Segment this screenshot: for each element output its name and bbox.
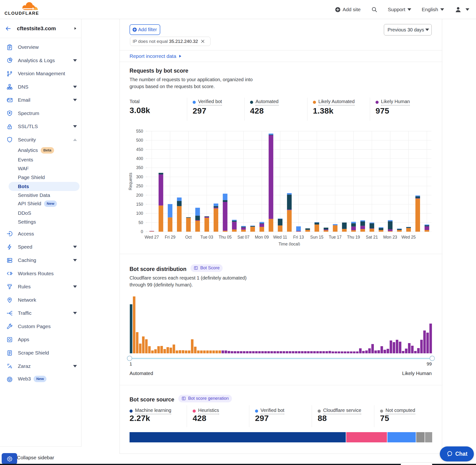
stat-label[interactable]: Likely Human — [381, 99, 410, 106]
sidebar-item-ddos[interactable]: DDoS — [0, 209, 81, 218]
legend-dot — [376, 101, 379, 104]
sidebar-item-page-shield[interactable]: Page Shield — [0, 173, 81, 182]
stat-label[interactable]: Verified bot — [198, 99, 222, 106]
stat-label[interactable]: Machine learning — [135, 408, 171, 414]
source-proportion-bar — [129, 432, 432, 442]
sidebar-item-bots[interactable]: Bots — [0, 182, 81, 191]
filter-chip-field: IP does not equal — [133, 39, 168, 44]
legend-dot — [313, 101, 316, 104]
stat-label[interactable]: Verified bot — [261, 408, 284, 414]
sidebar-item-sensitive-data[interactable]: Sensitive Data — [0, 191, 81, 200]
sidebar: cftestsite3.com OverviewAnalytics & Logs… — [0, 19, 81, 465]
language-label: English — [422, 7, 438, 12]
spectrum-icon — [6, 110, 13, 116]
report-link-label: Report incorrect data — [129, 53, 176, 59]
svg-text:Wed 11: Wed 11 — [273, 235, 287, 240]
security-icon — [6, 137, 13, 143]
sidebar-item-custom-pages[interactable]: Custom Pages — [0, 320, 81, 333]
sidebar-item-label: AnalyticsBeta — [18, 147, 54, 154]
svg-text:0: 0 — [141, 229, 143, 234]
traffic-icon — [6, 310, 13, 317]
bot-score-badge[interactable]: Bot Score — [190, 264, 223, 272]
stat-label[interactable]: Automated — [255, 99, 279, 106]
support-label: Support — [388, 7, 405, 12]
sidebar-item-apps[interactable]: Apps — [0, 333, 81, 346]
sidebar-item-overview[interactable]: Overview — [0, 41, 81, 54]
slider-right-label: Likely Human — [402, 370, 432, 376]
close-icon[interactable] — [201, 39, 205, 43]
support-menu[interactable]: Support — [388, 7, 412, 12]
stat-label[interactable]: Likely Automated — [318, 99, 355, 106]
sidebar-item-caching[interactable]: Caching — [0, 254, 81, 267]
sidebar-item-scrape-shield[interactable]: Scrape Shield — [0, 346, 81, 359]
svg-text:Wed 25: Wed 25 — [402, 235, 416, 240]
collapse-sidebar-label[interactable]: Collapse sidebar — [17, 455, 54, 460]
sidebar-item-network[interactable]: Network — [0, 293, 81, 307]
column-divider — [187, 405, 187, 427]
stat-cloudflare-service: Cloudflare service88 — [318, 406, 361, 423]
sidebar-item-version-management[interactable]: Version Management — [0, 67, 81, 80]
web3-icon — [6, 376, 13, 383]
cloudflare-logo[interactable]: CLOUDFLARE — [5, 1, 39, 16]
workers-routes-icon — [6, 270, 13, 277]
sidebar-item-workers-routes[interactable]: Workers Routes — [0, 267, 81, 280]
sidebar-item-label: DDoS — [18, 210, 31, 216]
stat-value: 428 — [193, 413, 219, 423]
bot-score-distribution-histogram — [120, 295, 443, 354]
chat-button[interactable]: Chat — [440, 446, 474, 461]
slider-max-label: 99 — [427, 361, 432, 367]
add-site-button[interactable]: Add site — [335, 7, 361, 12]
stat-machine-learning: Machine learning2.27k — [129, 406, 171, 423]
sidebar-item-email[interactable]: Email — [0, 93, 81, 107]
account-menu[interactable] — [455, 6, 469, 13]
sidebar-item-web3[interactable]: Web3New — [0, 373, 81, 386]
svg-text:Mon 23: Mon 23 — [383, 235, 397, 240]
slider-handle-max[interactable] — [430, 356, 435, 361]
caret-down-icon — [73, 285, 77, 288]
back-arrow-icon[interactable] — [5, 25, 11, 32]
caret-down-icon — [73, 312, 77, 314]
sidebar-item-traffic[interactable]: Traffic — [0, 306, 81, 320]
bot-score-generation-badge[interactable]: Bot score generation — [178, 395, 232, 402]
settings-gear-button[interactable] — [2, 453, 17, 464]
section-title-text: Bot score distribution — [129, 266, 186, 272]
sidebar-item-ssl-tls[interactable]: SSL/TLS — [0, 120, 81, 133]
stat-value: 2.27k — [129, 413, 171, 423]
stat-label[interactable]: Not computed — [386, 408, 415, 414]
access-icon — [6, 231, 13, 237]
sidebar-item-api-shield[interactable]: API ShieldNew — [0, 200, 81, 209]
caret-down-icon — [73, 246, 77, 248]
sidebar-item-security[interactable]: Security — [0, 133, 81, 147]
sidebar-item-label: Apps — [18, 337, 29, 342]
description-line: The number of requests to your applicati… — [129, 76, 253, 83]
sidebar-item-access[interactable]: Access — [0, 227, 81, 241]
add-filter-button[interactable]: Add filter — [129, 24, 160, 35]
sidebar-item-dns[interactable]: DNS — [0, 80, 81, 94]
stat-value: 297 — [193, 106, 222, 116]
stat-label-row: Likely Human — [376, 97, 410, 106]
stat-label[interactable]: Cloudflare service — [323, 408, 361, 414]
caret-down-icon — [425, 29, 429, 31]
sidebar-item-settings[interactable]: Settings — [0, 217, 81, 226]
sidebar-item-zaraz[interactable]: Zaraz — [0, 359, 81, 373]
sidebar-item-spectrum[interactable]: Spectrum — [0, 107, 81, 120]
search-button[interactable] — [371, 6, 377, 13]
slider-handle-min[interactable] — [127, 356, 132, 361]
sidebar-item-waf[interactable]: WAF — [0, 164, 81, 173]
stat-label[interactable]: Heuristics — [198, 408, 219, 414]
sidebar-item-rules[interactable]: Rules — [0, 280, 81, 293]
sidebar-item-analytics-logs[interactable]: Analytics & Logs — [0, 54, 81, 67]
report-incorrect-data-link[interactable]: Report incorrect data — [129, 53, 181, 59]
score-slider-track[interactable] — [129, 358, 432, 359]
rules-icon — [6, 284, 13, 290]
stat-label-row: Cloudflare service — [318, 406, 361, 414]
stat-label: Total — [129, 99, 139, 105]
date-range-dropdown[interactable]: Previous 30 days — [384, 24, 432, 35]
sidebar-item-analytics[interactable]: AnalyticsBeta — [0, 146, 81, 155]
sidebar-item-speed[interactable]: Speed — [0, 240, 81, 254]
stat-value: 297 — [255, 413, 284, 423]
language-menu[interactable]: English — [422, 7, 444, 12]
stat-value: 1.38k — [313, 106, 355, 116]
chevron-right-icon[interactable] — [74, 27, 76, 30]
sidebar-item-events[interactable]: Events — [0, 155, 81, 164]
